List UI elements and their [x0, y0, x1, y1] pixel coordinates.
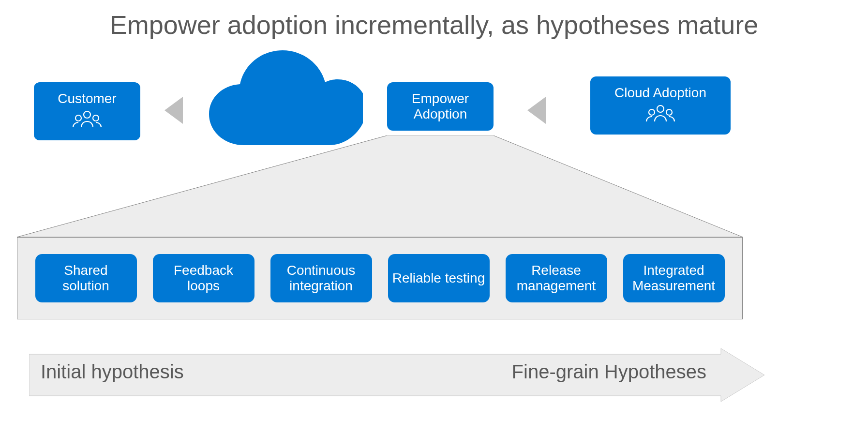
detail-integrated-measurement: Integrated Measurement [623, 254, 725, 302]
people-icon [644, 104, 677, 126]
svg-point-1 [75, 115, 81, 121]
pill-label: Integrated Measurement [627, 263, 721, 294]
customer-label: Customer [58, 91, 116, 106]
cloud-adoption-node: Cloud Adoption [590, 76, 731, 135]
empower-label: Empower Adoption [412, 91, 469, 122]
page-title: Empower adoption incrementally, as hypot… [0, 10, 868, 40]
detail-reliable-testing: Reliable testing [388, 254, 490, 302]
pill-label: Reliable testing [392, 270, 485, 286]
arrow-left-icon [527, 97, 546, 124]
svg-point-3 [657, 105, 664, 112]
spectrum-right-label: Fine-grain Hypotheses [512, 361, 706, 383]
detail-continuous-integration: Continuous integration [270, 254, 372, 302]
customer-node: Customer [34, 82, 140, 140]
people-icon [70, 110, 104, 132]
svg-point-5 [666, 109, 672, 115]
top-flow-row: Customer Empower Adoption Cloud Adopti [0, 82, 868, 160]
pill-label: Shared solution [39, 263, 133, 294]
pill-label: Release management [509, 263, 603, 294]
svg-point-2 [93, 115, 99, 121]
detail-shared-solution: Shared solution [35, 254, 137, 302]
svg-point-0 [84, 111, 90, 118]
spectrum-left-label: Initial hypothesis [41, 361, 184, 383]
spectrum-arrow: Initial hypothesis Fine-grain Hypotheses [29, 348, 764, 402]
arrow-left-icon [165, 97, 183, 124]
cloud-icon [203, 48, 363, 155]
detail-feedback-loops: Feedback loops [153, 254, 254, 302]
pill-label: Continuous integration [274, 263, 368, 294]
pill-label: Feedback loops [157, 263, 251, 294]
svg-point-4 [649, 109, 655, 115]
empower-adoption-node: Empower Adoption [387, 82, 494, 131]
detail-panel: Shared solution Feedback loops Continuou… [17, 237, 743, 319]
cloud-adoption-label: Cloud Adoption [614, 85, 706, 101]
detail-release-management: Release management [506, 254, 607, 302]
